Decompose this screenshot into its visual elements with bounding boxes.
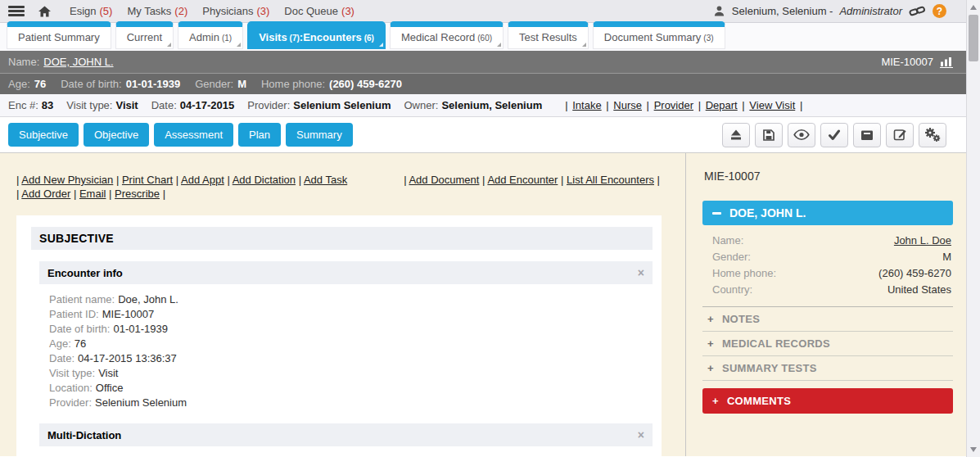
objective-button[interactable]: Objective — [84, 123, 149, 147]
note-card: SUBJECTIVE Encounter info × Patient name… — [16, 215, 662, 456]
sidebar-patient-name: DOE, JOHN L. — [729, 206, 806, 219]
user-role: Administrator — [839, 5, 902, 17]
tab-medical-record[interactable]: Medical Record(60) — [390, 21, 504, 49]
sidebar-chart-id: MIE-10007 — [704, 170, 953, 183]
quick-links: | Add New Physician | Print Chart | Add … — [16, 173, 660, 201]
nurse-link[interactable]: Nurse — [613, 99, 642, 111]
tab-label: Patient Summary — [18, 31, 100, 43]
separator: | — [742, 99, 744, 111]
field-row: Patient name:Doe, John L. — [49, 292, 653, 307]
sidebar-section-comments[interactable]: +COMMENTS — [702, 388, 953, 414]
plus-icon: + — [707, 313, 714, 325]
assessment-button[interactable]: Assessment — [154, 123, 233, 147]
separator: | — [163, 188, 165, 200]
summary-button[interactable]: Summary — [286, 123, 353, 147]
separator: | — [404, 174, 406, 186]
nav-my-tasks[interactable]: My Tasks(2) — [127, 5, 187, 17]
patient-name-link[interactable]: DOE, JOHN L. — [43, 56, 113, 68]
list-all-encounters-link[interactable]: List All Encounters — [567, 174, 654, 186]
tab-document-summary[interactable]: Document Summary(3) — [593, 21, 725, 49]
top-nav: Esign(5) My Tasks(2) Physicians(3) Doc Q… — [70, 5, 355, 17]
encounter-info-fields: Patient name:Doe, John L. Patient ID:MIE… — [49, 292, 653, 410]
field-row: Date:04-17-2015 13:36:37 — [49, 351, 653, 366]
tab-label: Test Results — [519, 31, 577, 43]
chart-tab-bar: Patient Summary Current Admin(1) Visits(… — [0, 23, 966, 51]
separator: | — [606, 99, 608, 111]
tab-label: Document Summary — [604, 31, 701, 43]
content-area: | Add New Physician | Print Chart | Add … — [0, 152, 966, 456]
scrollbar-thumb[interactable] — [969, 15, 978, 61]
provider-link[interactable]: Provider — [654, 99, 693, 111]
vertical-scrollbar[interactable] — [966, 0, 980, 457]
separator: | — [561, 174, 563, 186]
demo-field: Date of birth:01-01-1939 — [61, 78, 180, 90]
help-icon[interactable]: ? — [933, 4, 946, 18]
panel-title: Multi-Dictation — [47, 429, 121, 441]
add-new-physician-link[interactable]: Add New Physician — [21, 174, 113, 186]
field-row: Age:76 — [49, 337, 653, 351]
add-order-link[interactable]: Add Order — [21, 188, 70, 200]
tab-test-results[interactable]: Test Results — [508, 21, 589, 49]
field-row: Date of birth:01-01-1939 — [49, 322, 653, 337]
email-link[interactable]: Email — [79, 188, 106, 200]
intake-link[interactable]: Intake — [572, 99, 601, 111]
bar-chart-icon[interactable] — [940, 57, 955, 68]
tab-count: (60) — [477, 34, 492, 43]
demo-field: Gender:M — [195, 78, 246, 90]
add-document-link[interactable]: Add Document — [409, 174, 479, 186]
sidebar-section-summary-tests[interactable]: +SUMMARY TESTS — [702, 356, 953, 381]
note-toolbar: Subjective Objective Assessment Plan Sum… — [0, 117, 966, 152]
nav-doc-queue[interactable]: Doc Queue(3) — [284, 5, 355, 17]
sidebar-section-notes[interactable]: +NOTES — [702, 307, 953, 332]
check-icon[interactable] — [820, 123, 848, 147]
sidebar-name-link[interactable]: John L. Doe — [894, 233, 951, 249]
nav-count: (5) — [100, 5, 113, 17]
sidebar-field-row: Gender:M — [712, 249, 951, 265]
field-row: Provider:Selenium Selenium — [49, 396, 653, 410]
separator: | — [657, 174, 660, 186]
tab-label: Admin — [189, 31, 219, 43]
encounter-info-panel-header[interactable]: Encounter info × — [39, 261, 653, 284]
sidebar-patient-header[interactable]: DOE, JOHN L. — [702, 201, 953, 225]
home-icon[interactable] — [38, 5, 52, 18]
tab-patient-summary[interactable]: Patient Summary — [7, 21, 111, 49]
eject-icon[interactable] — [722, 123, 750, 147]
hamburger-icon[interactable] — [8, 6, 25, 16]
nav-count: (3) — [341, 5, 355, 17]
edit-icon[interactable] — [886, 123, 914, 147]
tab-admin[interactable]: Admin(1) — [178, 21, 243, 49]
tab-visits-encounters[interactable]: Visits(7):Encounters(6) — [247, 21, 386, 49]
eye-icon[interactable] — [788, 123, 815, 147]
subjective-button[interactable]: Subjective — [8, 123, 79, 147]
nav-esign[interactable]: Esign(5) — [70, 5, 112, 17]
print-chart-link[interactable]: Print Chart — [122, 174, 173, 186]
close-icon[interactable]: × — [638, 266, 644, 279]
add-dictation-link[interactable]: Add Dictation — [233, 174, 296, 186]
nav-label: My Tasks — [127, 5, 171, 17]
plan-button[interactable]: Plan — [238, 123, 281, 147]
add-task-link[interactable]: Add Task — [304, 174, 347, 186]
archive-icon[interactable] — [853, 123, 881, 147]
separator: | — [800, 99, 802, 111]
tab-current[interactable]: Current — [115, 21, 174, 49]
demographics-bar: Age:76 Date of birth:01-01-1939 Gender:M… — [0, 74, 966, 94]
separator: | — [565, 99, 567, 111]
scroll-up-icon[interactable] — [970, 5, 977, 10]
view-visit-link[interactable]: View Visit — [749, 99, 795, 111]
sidebar-section-medical-records[interactable]: +MEDICAL RECORDS — [702, 332, 953, 356]
nav-count: (2) — [174, 5, 187, 17]
nav-physicians[interactable]: Physicians(3) — [202, 5, 269, 17]
separator: | — [647, 99, 649, 111]
add-encounter-link[interactable]: Add Encounter — [487, 174, 558, 186]
close-icon[interactable]: × — [638, 428, 644, 441]
scroll-down-icon[interactable] — [970, 447, 977, 452]
minus-icon — [712, 212, 721, 215]
save-icon[interactable] — [755, 123, 783, 147]
enc-field: Date:04-17-2015 — [151, 99, 235, 111]
add-appt-link[interactable]: Add Appt — [181, 174, 224, 186]
prescribe-link[interactable]: Prescribe — [115, 188, 160, 200]
depart-link[interactable]: Depart — [706, 99, 738, 111]
multi-dictation-panel-header[interactable]: Multi-Dictation × — [39, 423, 653, 446]
link-icon[interactable] — [909, 5, 926, 17]
gears-icon[interactable] — [919, 123, 946, 147]
